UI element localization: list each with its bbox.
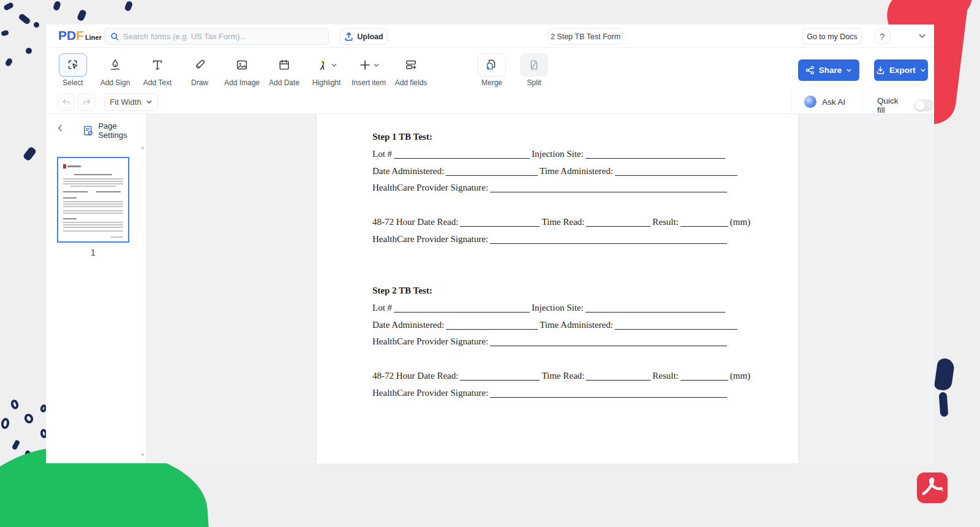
select-icon (66, 58, 80, 72)
undo-icon (61, 97, 71, 107)
search-form[interactable] (104, 28, 329, 45)
fill-line[interactable] (586, 372, 650, 381)
upload-button[interactable]: Upload (340, 28, 388, 45)
step2-title: Step 2 TB Test: (372, 286, 761, 296)
acrobat-pdf-icon (917, 472, 948, 503)
fill-line[interactable] (460, 218, 540, 227)
tool-add-sign[interactable]: Add Sign (99, 53, 131, 87)
search-icon (110, 32, 119, 41)
upload-label: Upload (357, 32, 383, 41)
divider (862, 91, 863, 114)
tool-insert-item[interactable]: Insert item (353, 53, 385, 87)
zoom-select[interactable]: Fit Width (104, 93, 158, 111)
tool-add-fields[interactable]: Add fields (395, 53, 427, 87)
tool-add-image[interactable]: Add Image (226, 53, 258, 87)
navy-dash (12, 439, 21, 450)
form-row: 48-72 Hour Date Read:Time Read:Result:(m… (372, 217, 761, 227)
draw-icon (193, 58, 206, 72)
ai-orb-icon (804, 96, 816, 108)
add-sign-icon (108, 58, 122, 72)
chevron-down-icon (373, 62, 380, 69)
plus-icon (358, 58, 372, 72)
app-window: PDF Liner Upload 2 Step TB Test Form (46, 25, 934, 463)
quick-fill-toggle[interactable] (914, 99, 934, 112)
fill-line[interactable] (586, 218, 650, 227)
fill-line[interactable] (615, 321, 737, 330)
fill-line[interactable] (446, 167, 538, 176)
form-row: Lot #Injection Site: (372, 149, 761, 159)
form-row: HealthCare Provider Signature: (372, 388, 761, 398)
acrobat-a-glyph (921, 476, 944, 499)
fill-line[interactable] (586, 150, 725, 159)
form-row: Lot #Injection Site: (372, 303, 761, 313)
fill-line[interactable] (394, 150, 530, 159)
navy-dash (1, 30, 9, 37)
chevron-down-icon (146, 99, 153, 105)
add-image-icon (235, 58, 249, 72)
scroll-up-arrow[interactable]: ▲ (140, 145, 145, 150)
page-thumbnail[interactable] (57, 157, 129, 243)
scroll-down-arrow[interactable]: ▼ (140, 452, 145, 458)
navy-dash (23, 146, 37, 161)
form-row: Date Administered:Time Administered: (372, 166, 761, 176)
undo-button[interactable] (57, 93, 75, 111)
tool-select[interactable]: Select (57, 53, 89, 87)
content-area: Page Settings (46, 114, 934, 463)
toggle-knob (915, 100, 925, 110)
toolbar: Select Add Sign Add Text (46, 48, 934, 91)
navy-dash (4, 58, 13, 67)
share-icon (805, 66, 815, 75)
pdfliner-logo[interactable]: PDF Liner (58, 29, 102, 42)
document-viewer: Step 1 TB Test: Lot #Injection Site: Dat… (147, 114, 934, 463)
screen: PDF Liner Upload 2 Step TB Test Form (0, 0, 980, 527)
fill-line[interactable] (490, 235, 727, 244)
navy-dash (24, 47, 33, 55)
fill-line[interactable] (394, 304, 530, 313)
export-button[interactable]: Export (874, 59, 928, 81)
fill-line[interactable] (680, 372, 728, 381)
tool-add-text[interactable]: Add Text (141, 53, 173, 87)
fill-line[interactable] (615, 167, 737, 176)
add-date-icon (277, 58, 291, 72)
tool-draw[interactable]: Draw (184, 53, 216, 87)
chevron-left-icon (56, 124, 64, 132)
tool-merge[interactable]: Merge (476, 53, 508, 87)
split-icon (527, 58, 541, 72)
form-row: Date Administered:Time Administered: (372, 320, 761, 330)
fill-line[interactable] (446, 321, 538, 330)
page-settings-icon (83, 125, 94, 137)
redo-icon (82, 97, 92, 107)
search-input[interactable] (123, 32, 323, 41)
chevron-down-icon (846, 67, 852, 74)
chevron-down-icon[interactable] (918, 31, 927, 40)
tool-highlight[interactable]: Highlight (311, 53, 342, 87)
navy-blob (939, 392, 949, 417)
fill-line[interactable] (490, 184, 727, 192)
quick-fill-control: Quick fill (877, 96, 934, 115)
fill-line[interactable] (460, 372, 540, 381)
fill-line[interactable] (586, 304, 725, 313)
tool-add-date[interactable]: Add Date (268, 53, 300, 87)
merge-icon (485, 58, 499, 72)
page-number: 1 (57, 248, 129, 257)
fill-line[interactable] (490, 338, 727, 346)
fill-line[interactable] (490, 389, 727, 398)
share-button[interactable]: Share (798, 59, 859, 81)
chevron-down-icon (331, 62, 337, 69)
navy-dash (18, 13, 31, 25)
go-to-my-docs-button[interactable]: Go to my Docs (802, 28, 862, 45)
navy-ring (10, 399, 20, 411)
redo-button[interactable] (78, 93, 96, 111)
add-fields-icon (404, 58, 418, 72)
pdf-page[interactable]: Step 1 TB Test: Lot #Injection Site: Dat… (317, 114, 798, 463)
sidebar-collapse-button[interactable] (53, 121, 67, 135)
document-title[interactable]: 2 Step TB Test Form (548, 28, 623, 45)
page-settings-button[interactable]: Page Settings (83, 121, 146, 140)
divider (791, 91, 792, 114)
tool-split[interactable]: Split (518, 53, 550, 87)
help-button[interactable]: ? (874, 28, 891, 45)
navy-dash (124, 1, 133, 12)
header: PDF Liner Upload 2 Step TB Test Form (46, 25, 934, 48)
fill-line[interactable] (680, 218, 728, 227)
ask-ai-button[interactable]: Ask AI (804, 96, 845, 108)
